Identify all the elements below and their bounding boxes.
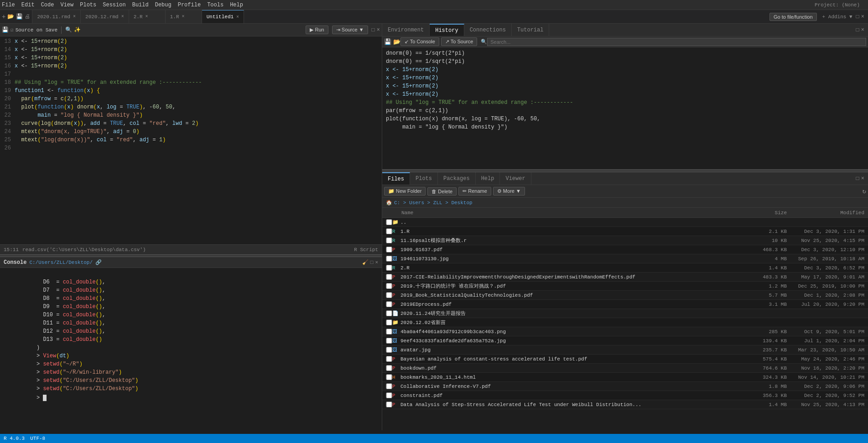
run-button[interactable]: ▶ Run <box>306 26 328 34</box>
maximize-editor-icon[interactable]: □ <box>372 27 375 33</box>
file-checkbox[interactable] <box>386 274 392 280</box>
tab-2020-12-rmd[interactable]: 2020.12.rmd× <box>81 10 129 23</box>
source-button[interactable]: ⇥ Source ▼ <box>332 26 368 34</box>
tab-connections[interactable]: Connections <box>464 24 512 36</box>
file-row-data-analysis[interactable]: P Data Analysis of Step-Stress Accelerat… <box>382 400 868 409</box>
file-checkbox[interactable] <box>386 301 392 307</box>
save-icon[interactable]: 💾 <box>2 26 9 33</box>
file-checkbox[interactable] <box>386 402 392 407</box>
close-editor-icon[interactable]: × <box>377 27 380 33</box>
rename-button[interactable]: ✏ Rename <box>458 187 491 196</box>
home-icon[interactable]: 🏠 <box>386 200 392 206</box>
maximize-icon[interactable]: □ <box>856 14 859 20</box>
file-row-bookmarks[interactable]: H bookmarks_2020_11_14.html 324.3 KB Nov… <box>382 373 868 382</box>
tab-history[interactable]: History <box>430 24 464 36</box>
menu-code[interactable]: Code <box>41 2 54 8</box>
file-row-psalt[interactable]: R 11.16psalt模拟音种叠数.r 10 KB Nov 25, 2020,… <box>382 236 868 245</box>
menu-file[interactable]: File <box>2 2 15 8</box>
tab-environment[interactable]: Environment <box>382 24 430 36</box>
to-console-button[interactable]: ↙ To Console <box>400 37 439 46</box>
tab-help[interactable]: Help <box>476 172 500 185</box>
file-checkbox[interactable] <box>386 228 392 234</box>
tab-2020-11-rmd[interactable]: 2020.11.rmd× <box>32 10 81 23</box>
file-checkbox[interactable] <box>386 219 392 225</box>
file-checkbox[interactable] <box>386 374 392 380</box>
menu-edit[interactable]: Edit <box>21 2 35 8</box>
close-pane-icon[interactable]: × <box>861 14 864 20</box>
more-button[interactable]: ⚙ More ▼ <box>493 187 525 196</box>
history-load-icon[interactable]: 📂 <box>393 38 400 46</box>
toolbar-icon-open[interactable]: 📂 <box>7 13 14 20</box>
file-row-9eef[interactable]: 🖼 9eef433c833fa16fade2dfa635a752a.jpg 13… <box>382 336 868 345</box>
file-row-2020report[interactable]: 📄 2020.11.24研究生开题报告 <box>382 309 868 318</box>
col-modified-header[interactable]: Modified <box>787 210 864 216</box>
tab-tutorial[interactable]: Tutorial <box>512 24 550 36</box>
console-maximize-icon[interactable]: □ <box>370 260 374 265</box>
maximize-files-icon[interactable]: □ <box>856 175 859 182</box>
console-close-icon[interactable]: × <box>375 260 378 265</box>
find-icon[interactable]: 🔍 <box>65 26 72 33</box>
file-row-parent[interactable]: 📁 .. <box>382 218 868 227</box>
tab-viewer[interactable]: Viewer <box>500 172 531 185</box>
file-row-2r[interactable]: R 2.R 1.4 KB Dec 3, 2020, 6:52 PM <box>382 263 868 273</box>
file-row-bookdown[interactable]: P bookdown.pdf 764.6 KB Nov 16, 2020, 2:… <box>382 364 868 373</box>
toolbar-icon-print[interactable]: 🖨 <box>25 13 30 20</box>
col-name-header[interactable]: Name <box>401 210 741 216</box>
file-row-4ba0[interactable]: 🖼 4ba0a4f44061a93d7912c99b3cac403.png 28… <box>382 327 868 336</box>
editor-content[interactable]: 13 x <- 15+rnorm(2) 14 x <- 15+rnorm(2) … <box>0 36 382 244</box>
toolbar-icon-new[interactable]: + <box>2 13 5 21</box>
tab-untitled1[interactable]: Untitled1× <box>202 10 244 23</box>
menu-help[interactable]: Help <box>230 2 243 8</box>
menu-build[interactable]: Build <box>132 2 149 8</box>
file-checkbox[interactable] <box>386 365 392 371</box>
col-size-header[interactable]: Size <box>741 210 787 216</box>
search-history-icon[interactable]: 🔍 <box>481 39 487 45</box>
history-save-icon[interactable]: 💾 <box>384 38 391 46</box>
close-history-icon[interactable]: × <box>861 27 864 33</box>
file-row-collaborative[interactable]: P Collaborative Inference-V7.pdf 1.8 MB … <box>382 382 868 391</box>
file-row-1r[interactable]: R 1.R 2.1 KB Dec 3, 2020, 1:31 PM <box>382 227 868 236</box>
tab-packages[interactable]: Packages <box>438 172 476 185</box>
delete-button[interactable]: 🗑 Delete <box>427 187 457 196</box>
menu-plots[interactable]: Plots <box>80 2 96 8</box>
tab-files[interactable]: Files <box>382 172 410 185</box>
file-row-2019book[interactable]: P 2019_Book_StatisticalQualityTechnologi… <box>382 291 868 300</box>
file-checkbox[interactable] <box>386 237 392 243</box>
file-checkbox[interactable] <box>386 310 392 316</box>
magic-wand-icon[interactable]: ✨ <box>74 26 81 33</box>
file-checkbox[interactable] <box>386 383 392 389</box>
menu-view[interactable]: View <box>60 2 73 8</box>
file-row-constraint[interactable]: P constraint.pdf 356.3 KB Dec 2, 2020, 9… <box>382 391 868 400</box>
addins-btn[interactable]: + Addins ▼ <box>822 14 852 20</box>
file-checkbox[interactable] <box>386 256 392 262</box>
file-checkbox[interactable] <box>386 392 392 398</box>
source-on-save-checkbox[interactable]: ☑ <box>10 27 14 33</box>
console-link-icon[interactable]: 🔗 <box>95 259 102 265</box>
file-checkbox[interactable] <box>386 338 392 344</box>
close-files-icon[interactable]: × <box>861 175 864 182</box>
file-row-2017cie[interactable]: P 2017-CIE-ReliabilityImprovementthrough… <box>382 273 868 282</box>
file-row-avatar[interactable]: 🖼 avatar.jpg 235.7 KB Mar 23, 2020, 10:5… <box>382 345 868 355</box>
file-checkbox[interactable] <box>386 329 392 335</box>
menu-debug[interactable]: Debug <box>155 2 172 8</box>
file-checkbox[interactable] <box>386 247 392 252</box>
file-row-2020xm[interactable]: 📁 2020.12.02省新苗 <box>382 318 868 327</box>
menu-session[interactable]: Session <box>103 2 125 8</box>
to-source-button[interactable]: ↗ To Source <box>441 37 477 46</box>
file-row-bayesian[interactable]: P Bayesian analysis of constant-stress a… <box>382 355 868 364</box>
file-row-jpg1[interactable]: 🖼 194611073130.jpg 4 MB Sep 26, 2019, 10… <box>382 254 868 263</box>
file-checkbox[interactable] <box>386 265 392 271</box>
toolbar-icon-save[interactable]: 💾 <box>16 13 23 20</box>
file-checkbox[interactable] <box>386 356 392 362</box>
file-checkbox[interactable] <box>386 319 392 325</box>
console-clear-icon[interactable]: 🧹 <box>362 259 369 265</box>
new-folder-button[interactable]: 📁 New Folder <box>384 187 426 196</box>
tab-1r[interactable]: 1.R× <box>166 10 202 23</box>
file-row-2019stats[interactable]: P 2019.十字路口的统计学 谁在应对挑战？.pdf 1.2 MB Dec 2… <box>382 282 868 291</box>
file-row-2019ed[interactable]: P 2019EDprocess.pdf 3.1 MB Jul 20, 2020,… <box>382 300 868 309</box>
tab-plots[interactable]: Plots <box>410 172 438 185</box>
go-to-file-function[interactable]: Go to file/function <box>769 13 817 21</box>
console-content[interactable]: D6 = col_double(), D7 = col_double(), D8… <box>0 268 382 430</box>
refresh-files-icon[interactable]: ↻ <box>863 187 866 195</box>
file-checkbox[interactable] <box>386 292 392 298</box>
